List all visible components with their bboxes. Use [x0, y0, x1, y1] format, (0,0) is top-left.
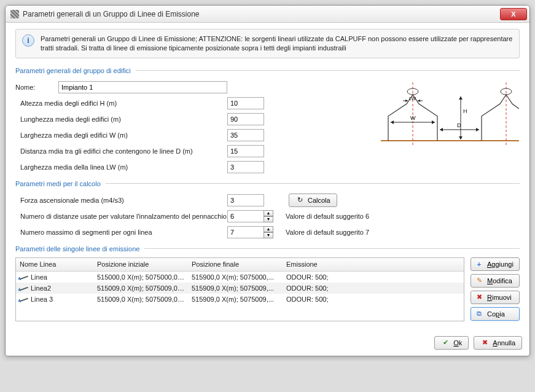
check-icon: ✔ [441, 339, 450, 347]
close-button[interactable]: X [500, 8, 527, 20]
group-title-general: Parametri generali del gruppo di edifici [15, 67, 136, 74]
col-posfin[interactable]: Posizione finale [188, 259, 283, 269]
cancel-button[interactable]: ✖Annulla [474, 336, 522, 350]
linewidth-lw-label: Larghezza media della linea LW (m) [15, 163, 227, 171]
height-h-label: Altezza media degli edifici H (m) [15, 100, 227, 107]
edit-button[interactable]: ✎Modifica [471, 274, 520, 288]
dialog-footer: ✔Ok ✖Annulla [6, 331, 529, 356]
remove-icon: ✖ [475, 293, 483, 301]
length-input[interactable] [227, 113, 264, 125]
width-w-input[interactable] [227, 129, 264, 141]
seg-spinner[interactable] [227, 226, 264, 238]
nome-input[interactable] [58, 81, 227, 93]
dist-label: Numero di distanze usate per valutare l'… [15, 213, 227, 220]
svg-marker-15 [459, 96, 463, 100]
svg-text:D: D [457, 122, 461, 128]
length-label: Lunghezza media degli edifici (m) [15, 116, 227, 123]
titlebar: Parametri generali di un Gruppo di Linee… [6, 6, 529, 23]
lines-table[interactable]: Nome Linea Posizione iniziale Posizione … [15, 257, 464, 321]
copy-button[interactable]: ⧉Copia [471, 307, 520, 321]
dialog-window: Parametri generali di un Gruppo di Linee… [5, 5, 530, 356]
height-h-input[interactable] [227, 97, 264, 109]
seg-spin-down[interactable]: ▼ [264, 232, 273, 238]
svg-marker-7 [432, 120, 435, 124]
plus-icon: + [475, 261, 483, 268]
col-name[interactable]: Nome Linea [16, 259, 93, 269]
distance-d-input[interactable] [227, 145, 264, 157]
cancel-icon: ✖ [480, 339, 489, 347]
nome-label: Nome: [15, 84, 58, 91]
svg-marker-20 [476, 128, 479, 131]
force-input[interactable] [227, 194, 264, 206]
building-diagram: W LW H [375, 79, 520, 154]
app-icon [10, 10, 19, 18]
dist-spin-down[interactable]: ▼ [264, 216, 273, 222]
group-title-lines: Parametri delle singole linee di emissio… [15, 245, 144, 253]
ok-button[interactable]: ✔Ok [434, 336, 469, 350]
col-posiniz[interactable]: Posizione iniziale [93, 259, 188, 269]
col-emiss[interactable]: Emissione [283, 259, 464, 269]
svg-text:LW: LW [409, 96, 416, 101]
seg-label: Numero massimo di segmenti per ogni line… [15, 229, 227, 236]
line-icon [20, 297, 28, 302]
linewidth-lw-input[interactable] [227, 161, 264, 173]
svg-text:H: H [463, 108, 467, 114]
table-actions: +Aggiungi ✎Modifica ✖Rimuovi ⧉Copia [471, 257, 520, 321]
dist-spin-up[interactable]: ▲ [264, 210, 273, 216]
calc-button[interactable]: ↻ Calcola [289, 194, 337, 207]
add-button[interactable]: +Aggiungi [471, 257, 520, 271]
group-title-calc: Parametri medi per il calcolo [15, 180, 106, 187]
line-icon [20, 275, 28, 280]
distance-d-label: Distanza mdia tra gli edifici che conten… [15, 147, 227, 155]
group-general-params: Parametri generali del gruppo di edifici… [15, 67, 520, 175]
info-icon: i [22, 34, 34, 47]
dist-spinner[interactable] [227, 210, 264, 222]
window-title: Parametri generali di un Gruppo di Linee… [23, 10, 500, 18]
info-text: Parametri generali un Gruppo di Linee di… [41, 34, 513, 53]
table-row[interactable]: Linea2 515009,0 X(m); 5075009,0 ... 5159… [16, 283, 464, 294]
svg-marker-10 [405, 100, 408, 102]
svg-marker-16 [459, 136, 463, 139]
seg-spin-up[interactable]: ▲ [264, 226, 273, 232]
seg-hint: Valore di default suggerito 7 [286, 229, 369, 236]
info-banner: i Parametri generali un Gruppo di Linee … [15, 29, 520, 58]
line-icon [20, 286, 28, 291]
svg-marker-12 [418, 100, 420, 102]
group-calc-params: Parametri medi per il calcolo Forza asce… [15, 180, 520, 240]
width-w-label: Larghezza media degli edifici W (m) [15, 131, 227, 139]
svg-marker-19 [440, 128, 443, 131]
group-lines: Parametri delle singole linee di emissio… [15, 245, 520, 321]
dist-hint: Valore di default suggerito 6 [286, 213, 369, 220]
calc-icon: ↻ [295, 196, 304, 204]
pencil-icon: ✎ [475, 276, 483, 284]
svg-marker-6 [391, 120, 394, 124]
table-header: Nome Linea Posizione iniziale Posizione … [16, 258, 464, 272]
table-row[interactable]: Linea 3 515009,0 X(m); 5075009,0 ... 515… [16, 294, 464, 305]
remove-button[interactable]: ✖Rimuovi [471, 291, 520, 304]
copy-icon: ⧉ [475, 310, 483, 318]
force-label: Forza ascensionale media (m4/s3) [15, 197, 227, 204]
svg-text:W: W [410, 115, 416, 121]
table-row[interactable]: Linea 515000,0 X(m); 5075000,0 ... 51590… [16, 272, 464, 283]
